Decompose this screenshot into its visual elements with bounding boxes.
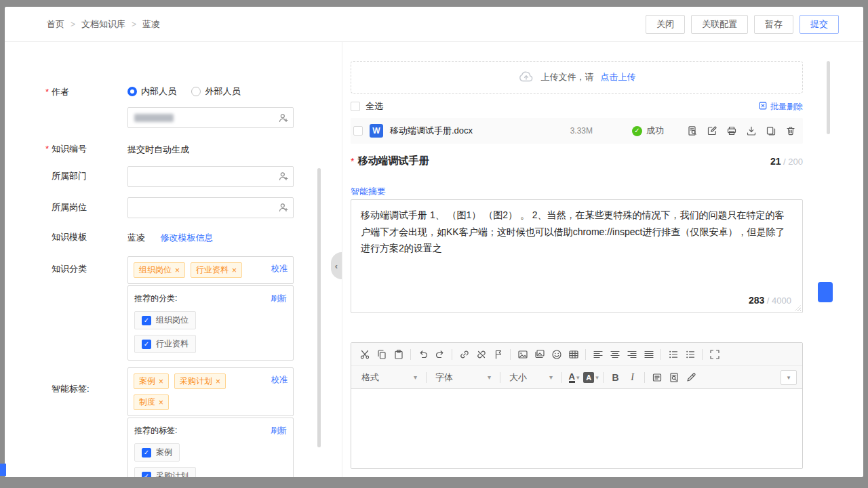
position-input[interactable] [127, 197, 294, 218]
breadcrumb-separator: > [71, 20, 75, 29]
recommend-chip[interactable]: 采购计划 [134, 467, 196, 477]
toolbar-separator [644, 372, 645, 383]
align-center-icon[interactable] [606, 346, 623, 363]
submit-button[interactable]: 提交 [800, 15, 839, 34]
radio-external-staff[interactable]: 外部人员 [191, 85, 240, 98]
emoji-icon[interactable] [548, 346, 565, 363]
right-panel-scrollbar[interactable] [827, 61, 830, 134]
maximize-icon[interactable] [706, 346, 723, 363]
radio-unselected-icon[interactable] [191, 87, 201, 96]
image-icon[interactable] [514, 346, 531, 363]
toolbar-collapse-button[interactable] [781, 370, 797, 385]
rich-text-editor: 格式 字体 大小 A▾ A▾ B I [351, 342, 803, 469]
file-preview-icon[interactable] [687, 125, 698, 136]
breadcrumb-item-home[interactable]: 首页 [47, 18, 64, 30]
smart-tags-tagbox: 案例 采购计划 制度 校准 [127, 367, 294, 416]
document-title[interactable]: 移动端调试手册 [357, 155, 770, 167]
italic-icon[interactable]: I [624, 369, 641, 386]
breadcrumb-item-library[interactable]: 文档知识库 [81, 18, 125, 30]
position-label: 所属岗位 [52, 201, 127, 214]
cut-icon[interactable] [356, 346, 373, 363]
summary-textarea[interactable]: 移动端调试手册 1、 （图1） （图2） 。 2、当然，在某些更特殊的情况下，我… [351, 199, 803, 313]
pen-icon[interactable] [682, 369, 699, 386]
radio-internal-staff[interactable]: 内部人员 [127, 85, 176, 98]
tag-close-icon[interactable] [159, 377, 163, 386]
bold-icon[interactable]: B [607, 369, 624, 386]
save-draft-button[interactable]: 暂存 [754, 15, 793, 34]
ordered-list-icon[interactable] [665, 346, 682, 363]
file-transfer-icon[interactable] [766, 125, 776, 136]
blockquote-icon[interactable] [648, 369, 665, 386]
checkbox-unchecked-icon[interactable] [351, 102, 360, 111]
select-all[interactable]: 全选 [351, 100, 383, 113]
editor-content[interactable] [351, 389, 802, 469]
floating-widget[interactable] [818, 282, 833, 302]
summary-char-count: 283 / 4000 [749, 292, 791, 309]
font-dropdown[interactable]: 字体 [430, 369, 496, 386]
close-button[interactable]: 关闭 [646, 15, 685, 34]
smart-tag: 采购计划 [174, 373, 226, 389]
checkbox-checked-icon[interactable] [142, 316, 151, 325]
calibrate-link[interactable]: 校准 [271, 374, 288, 386]
upload-dropzone[interactable]: 上传文件，请 点击上传 [351, 61, 803, 94]
checkbox-unchecked-icon[interactable] [353, 126, 363, 136]
file-edit-icon[interactable] [707, 125, 717, 136]
author-radio-group: 内部人员 外部人员 [127, 85, 304, 99]
tag-close-icon[interactable] [159, 398, 163, 407]
smart-summary-link[interactable]: 智能摘要 [351, 186, 386, 198]
radio-selected-icon[interactable] [127, 87, 137, 96]
screen: { "header": { "breadcrumb": { "separator… [0, 0, 868, 488]
calibrate-link[interactable]: 校准 [271, 263, 288, 274]
file-delete-icon[interactable] [785, 125, 796, 136]
checkbox-checked-icon[interactable] [142, 472, 151, 478]
file-row[interactable]: W 移动端调试手册.docx 3.33M 成功 [351, 118, 803, 144]
redo-icon[interactable] [431, 346, 448, 363]
title-field[interactable]: 移动端调试手册 21 / 200 [351, 155, 803, 167]
tag-close-icon[interactable] [232, 266, 237, 275]
user-picker-icon[interactable] [278, 113, 289, 123]
recommend-chip[interactable]: 行业资料 [134, 335, 196, 353]
user-picker-icon[interactable] [278, 202, 289, 213]
size-dropdown[interactable]: 大小 [504, 369, 558, 386]
title-char-count: 21 / 200 [770, 156, 803, 167]
department-input[interactable] [127, 166, 294, 187]
recommend-chip[interactable]: 案例 [134, 443, 180, 462]
tag-close-icon[interactable] [175, 266, 180, 275]
table-icon[interactable] [565, 346, 582, 363]
file-print-icon[interactable] [726, 125, 737, 136]
upload-link[interactable]: 点击上传 [601, 71, 636, 83]
left-panel-scrollbar[interactable] [317, 168, 321, 447]
file-name[interactable]: 移动端调试手册.docx [390, 125, 473, 137]
preview-icon[interactable] [665, 369, 682, 386]
refresh-link[interactable]: 刷新 [271, 293, 287, 304]
refresh-link[interactable]: 刷新 [271, 425, 287, 436]
user-picker-icon[interactable] [278, 171, 289, 182]
relation-config-button[interactable]: 关联配置 [691, 15, 748, 34]
recommend-chip[interactable]: 组织岗位 [134, 311, 196, 329]
unlink-icon[interactable] [473, 346, 490, 363]
summary-text: 移动端调试手册 1、 （图1） （图2） 。 2、当然，在某些更特殊的情况下，我… [361, 209, 785, 253]
anchor-icon[interactable] [490, 346, 507, 363]
resize-handle-icon[interactable] [795, 305, 801, 311]
bg-color-icon[interactable]: A▾ [583, 369, 599, 386]
file-download-icon[interactable] [746, 125, 757, 136]
align-left-icon[interactable] [589, 346, 606, 363]
text-color-icon[interactable]: A▾ [566, 369, 583, 386]
tag-close-icon[interactable] [216, 377, 220, 386]
undo-icon[interactable] [414, 346, 431, 363]
align-right-icon[interactable] [623, 346, 640, 363]
content-panel: 上传文件，请 点击上传 全选 批量删除 W 移动端调试手册.docx 3.33M [342, 42, 863, 477]
align-justify-icon[interactable] [640, 346, 657, 363]
batch-delete-button[interactable]: 批量删除 [758, 101, 803, 113]
knowledge-no-value: 提交时自动生成 [127, 144, 189, 155]
copy-icon[interactable] [373, 346, 390, 363]
checkbox-checked-icon[interactable] [142, 340, 151, 349]
edit-template-link[interactable]: 修改模板信息 [160, 232, 213, 243]
bullet-list-icon[interactable] [682, 346, 698, 363]
author-input[interactable] [127, 107, 294, 128]
paste-icon[interactable] [390, 346, 407, 363]
format-dropdown[interactable]: 格式 [356, 369, 422, 386]
checkbox-checked-icon[interactable] [142, 448, 151, 458]
link-icon[interactable] [456, 346, 473, 363]
gallery-icon[interactable] [531, 346, 548, 363]
